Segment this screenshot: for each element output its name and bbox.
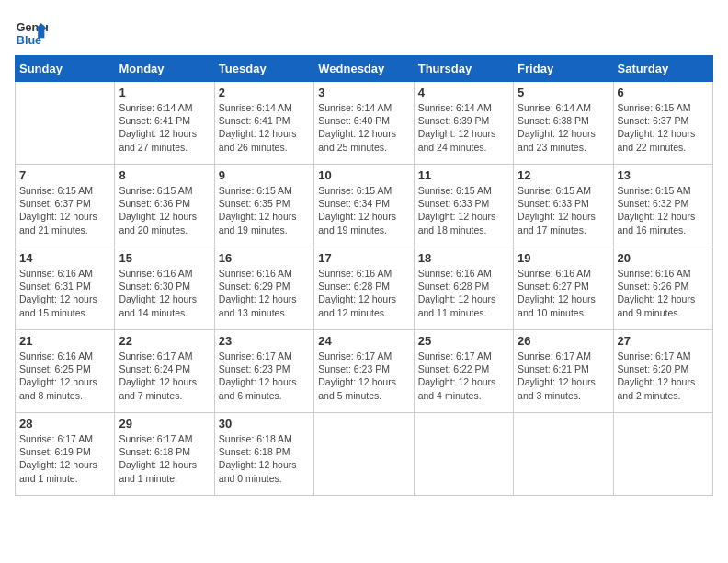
day-number: 7: [19, 168, 110, 182]
day-number: 29: [119, 417, 210, 431]
day-number: 10: [318, 168, 409, 182]
calendar-cell: [514, 413, 613, 496]
calendar-cell: 19Sunrise: 6:16 AMSunset: 6:27 PMDayligh…: [514, 247, 613, 330]
day-number: 4: [418, 86, 509, 99]
logo: General Blue: [15, 15, 48, 48]
calendar-cell: 27Sunrise: 6:17 AMSunset: 6:20 PMDayligh…: [613, 330, 712, 413]
calendar-cell: 17Sunrise: 6:16 AMSunset: 6:28 PMDayligh…: [314, 247, 414, 330]
calendar-cell: 24Sunrise: 6:17 AMSunset: 6:23 PMDayligh…: [314, 330, 414, 413]
day-number: 5: [518, 86, 609, 99]
day-info: Sunrise: 6:14 AMSunset: 6:41 PMDaylight:…: [219, 101, 310, 154]
day-number: 2: [219, 86, 310, 99]
weekday-header-row: SundayMondayTuesdayWednesdayThursdayFrid…: [16, 56, 713, 82]
day-info: Sunrise: 6:14 AMSunset: 6:41 PMDaylight:…: [119, 101, 210, 154]
day-number: 25: [418, 334, 509, 348]
calendar-cell: 13Sunrise: 6:15 AMSunset: 6:32 PMDayligh…: [613, 165, 712, 247]
weekday-header-wednesday: Wednesday: [314, 56, 414, 82]
day-number: 11: [418, 168, 509, 182]
day-number: 3: [318, 86, 409, 99]
calendar-cell: 15Sunrise: 6:16 AMSunset: 6:30 PMDayligh…: [115, 247, 214, 330]
week-row-2: 7Sunrise: 6:15 AMSunset: 6:37 PMDaylight…: [16, 165, 713, 247]
day-number: 15: [119, 251, 210, 265]
calendar-cell: 7Sunrise: 6:15 AMSunset: 6:37 PMDaylight…: [16, 165, 115, 247]
logo-icon: General Blue: [15, 15, 48, 48]
week-row-4: 21Sunrise: 6:16 AMSunset: 6:25 PMDayligh…: [16, 330, 713, 413]
calendar-cell: 14Sunrise: 6:16 AMSunset: 6:31 PMDayligh…: [16, 247, 115, 330]
weekday-header-friday: Friday: [514, 56, 613, 82]
day-info: Sunrise: 6:17 AMSunset: 6:20 PMDaylight:…: [618, 350, 709, 402]
day-info: Sunrise: 6:15 AMSunset: 6:35 PMDaylight:…: [219, 184, 310, 236]
day-info: Sunrise: 6:17 AMSunset: 6:24 PMDaylight:…: [119, 350, 210, 402]
day-info: Sunrise: 6:16 AMSunset: 6:27 PMDaylight:…: [518, 267, 609, 319]
day-number: 27: [618, 334, 709, 348]
day-info: Sunrise: 6:15 AMSunset: 6:36 PMDaylight:…: [119, 184, 210, 236]
day-number: 9: [219, 168, 310, 182]
calendar-cell: 26Sunrise: 6:17 AMSunset: 6:21 PMDayligh…: [514, 330, 613, 413]
weekday-header-tuesday: Tuesday: [214, 56, 313, 82]
calendar-table: SundayMondayTuesdayWednesdayThursdayFrid…: [15, 55, 713, 496]
calendar-cell: 25Sunrise: 6:17 AMSunset: 6:22 PMDayligh…: [414, 330, 513, 413]
day-info: Sunrise: 6:15 AMSunset: 6:34 PMDaylight:…: [318, 184, 409, 236]
calendar-cell: 6Sunrise: 6:15 AMSunset: 6:37 PMDaylight…: [613, 82, 712, 165]
calendar-cell: [16, 82, 115, 165]
day-info: Sunrise: 6:16 AMSunset: 6:28 PMDaylight:…: [318, 267, 409, 319]
day-info: Sunrise: 6:17 AMSunset: 6:22 PMDaylight:…: [418, 350, 509, 402]
calendar-cell: 12Sunrise: 6:15 AMSunset: 6:33 PMDayligh…: [514, 165, 613, 247]
day-number: 19: [518, 251, 609, 265]
week-row-5: 28Sunrise: 6:17 AMSunset: 6:19 PMDayligh…: [16, 413, 713, 496]
calendar-cell: [314, 413, 414, 496]
day-info: Sunrise: 6:17 AMSunset: 6:18 PMDaylight:…: [119, 432, 210, 485]
calendar-cell: 10Sunrise: 6:15 AMSunset: 6:34 PMDayligh…: [314, 165, 414, 247]
svg-text:Blue: Blue: [17, 34, 41, 47]
calendar-cell: 8Sunrise: 6:15 AMSunset: 6:36 PMDaylight…: [115, 165, 214, 247]
day-info: Sunrise: 6:16 AMSunset: 6:30 PMDaylight:…: [119, 267, 210, 319]
day-info: Sunrise: 6:16 AMSunset: 6:31 PMDaylight:…: [19, 267, 110, 319]
day-number: 30: [219, 417, 310, 431]
calendar-cell: 30Sunrise: 6:18 AMSunset: 6:18 PMDayligh…: [214, 413, 313, 496]
day-info: Sunrise: 6:16 AMSunset: 6:28 PMDaylight:…: [418, 267, 509, 319]
day-number: 18: [418, 251, 509, 265]
day-info: Sunrise: 6:15 AMSunset: 6:33 PMDaylight:…: [518, 184, 609, 236]
day-info: Sunrise: 6:15 AMSunset: 6:37 PMDaylight:…: [19, 184, 110, 236]
calendar-cell: 16Sunrise: 6:16 AMSunset: 6:29 PMDayligh…: [214, 247, 313, 330]
day-info: Sunrise: 6:14 AMSunset: 6:38 PMDaylight:…: [518, 101, 609, 154]
header: General Blue: [15, 15, 713, 48]
day-number: 8: [119, 168, 210, 182]
day-number: 20: [618, 251, 709, 265]
day-number: 23: [219, 334, 310, 348]
day-info: Sunrise: 6:17 AMSunset: 6:19 PMDaylight:…: [19, 432, 110, 485]
calendar-cell: 28Sunrise: 6:17 AMSunset: 6:19 PMDayligh…: [16, 413, 115, 496]
calendar-cell: [613, 413, 712, 496]
day-number: 1: [119, 86, 210, 99]
calendar-cell: 4Sunrise: 6:14 AMSunset: 6:39 PMDaylight…: [414, 82, 513, 165]
weekday-header-monday: Monday: [115, 56, 214, 82]
day-info: Sunrise: 6:14 AMSunset: 6:39 PMDaylight:…: [418, 101, 509, 154]
day-number: 28: [19, 417, 110, 431]
calendar-cell: 2Sunrise: 6:14 AMSunset: 6:41 PMDaylight…: [214, 82, 313, 165]
calendar-cell: 29Sunrise: 6:17 AMSunset: 6:18 PMDayligh…: [115, 413, 214, 496]
day-info: Sunrise: 6:16 AMSunset: 6:29 PMDaylight:…: [219, 267, 310, 319]
calendar-cell: 22Sunrise: 6:17 AMSunset: 6:24 PMDayligh…: [115, 330, 214, 413]
day-number: 6: [618, 86, 709, 99]
day-info: Sunrise: 6:18 AMSunset: 6:18 PMDaylight:…: [219, 432, 310, 485]
day-number: 17: [318, 251, 409, 265]
day-info: Sunrise: 6:14 AMSunset: 6:40 PMDaylight:…: [318, 101, 409, 154]
weekday-header-sunday: Sunday: [16, 56, 115, 82]
day-info: Sunrise: 6:17 AMSunset: 6:23 PMDaylight:…: [219, 350, 310, 402]
day-number: 26: [518, 334, 609, 348]
day-number: 13: [618, 168, 709, 182]
calendar-cell: [414, 413, 513, 496]
day-info: Sunrise: 6:17 AMSunset: 6:21 PMDaylight:…: [518, 350, 609, 402]
calendar-cell: 11Sunrise: 6:15 AMSunset: 6:33 PMDayligh…: [414, 165, 513, 247]
day-info: Sunrise: 6:16 AMSunset: 6:26 PMDaylight:…: [618, 267, 709, 319]
calendar-cell: 18Sunrise: 6:16 AMSunset: 6:28 PMDayligh…: [414, 247, 513, 330]
day-info: Sunrise: 6:16 AMSunset: 6:25 PMDaylight:…: [19, 350, 110, 402]
weekday-header-saturday: Saturday: [613, 56, 712, 82]
day-number: 24: [318, 334, 409, 348]
week-row-3: 14Sunrise: 6:16 AMSunset: 6:31 PMDayligh…: [16, 247, 713, 330]
calendar-cell: 9Sunrise: 6:15 AMSunset: 6:35 PMDaylight…: [214, 165, 313, 247]
day-number: 12: [518, 168, 609, 182]
calendar-cell: 3Sunrise: 6:14 AMSunset: 6:40 PMDaylight…: [314, 82, 414, 165]
day-info: Sunrise: 6:15 AMSunset: 6:33 PMDaylight:…: [418, 184, 509, 236]
weekday-header-thursday: Thursday: [414, 56, 513, 82]
